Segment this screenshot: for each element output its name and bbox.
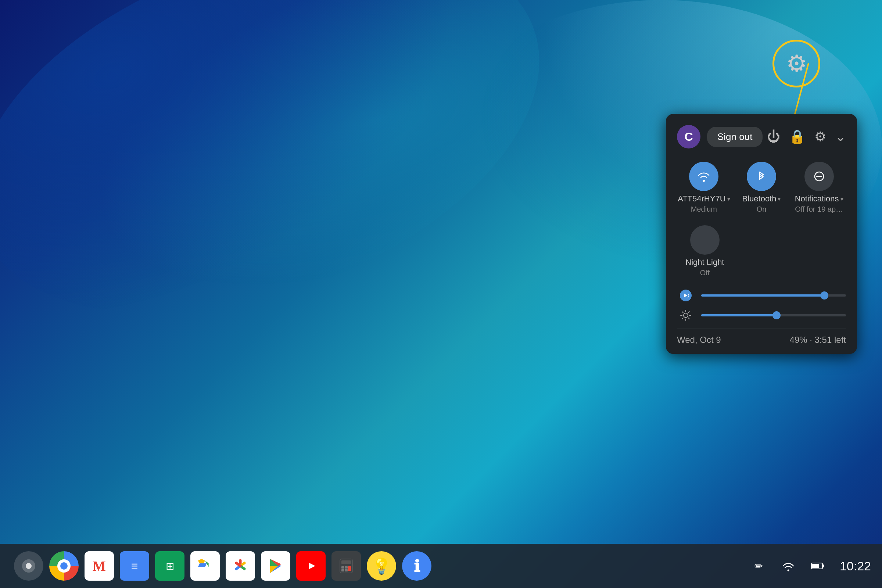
panel-bottom: Wed, Oct 9 49% · 3:51 left	[677, 328, 846, 345]
idea-bulb-icon[interactable]: 💡	[367, 551, 396, 580]
battery-status-icon[interactable]	[807, 555, 829, 577]
svg-point-3	[684, 313, 688, 318]
volume-slider-thumb[interactable]	[820, 291, 828, 300]
svg-point-13	[26, 563, 32, 569]
clock: 10:22	[840, 559, 871, 573]
bluetooth-toggle[interactable]: Bluetooth ▾ On	[735, 162, 789, 213]
brightness-icon	[677, 309, 694, 322]
notifications-toggle[interactable]: Notifications ▾ Off for 19 ap…	[792, 162, 846, 213]
wifi-arrow: ▾	[727, 195, 730, 202]
battery-svg	[811, 561, 824, 570]
gmail-icon[interactable]: M	[84, 551, 114, 580]
svg-rect-24	[822, 564, 824, 567]
taskbar-right: ✏ 10:22	[748, 555, 871, 577]
panel-top-row: C Sign out ⏻ 🔒 ⚙ ⌄	[677, 125, 846, 148]
bluetooth-icon	[754, 170, 768, 183]
power-button[interactable]: ⏻	[767, 129, 780, 144]
launcher-button[interactable]	[14, 551, 44, 580]
wifi-sublabel: Medium	[691, 205, 717, 213]
volume-svg	[679, 289, 692, 302]
night-light-label: Night Light	[686, 258, 724, 267]
wifi-icon	[697, 170, 711, 183]
wifi-status-svg	[782, 560, 795, 572]
avatar[interactable]: C	[677, 125, 700, 148]
svg-rect-16	[341, 560, 351, 564]
brightness-slider-track[interactable]	[701, 314, 846, 316]
youtube-svg	[302, 559, 321, 573]
night-light-sublabel: Off	[700, 268, 710, 277]
sheets-icon[interactable]: ⊞	[155, 551, 184, 580]
panel-battery: 49% · 3:51 left	[790, 335, 846, 345]
settings-button[interactable]: ⚙	[814, 129, 826, 144]
lock-button[interactable]: 🔒	[789, 129, 806, 144]
launcher-icon	[21, 558, 37, 574]
calculator-svg	[339, 558, 354, 574]
docs-icon[interactable]: ≡	[120, 551, 149, 580]
photos-svg	[231, 557, 249, 575]
svg-rect-21	[345, 569, 348, 572]
svg-rect-20	[341, 569, 344, 572]
desktop: ⚙ C Sign out ⏻ 🔒 ⚙ ⌄	[0, 0, 882, 588]
wifi-status-icon[interactable]	[777, 555, 800, 577]
wifi-toggle[interactable]: ATT54rHY7U ▾ Medium	[677, 162, 731, 213]
svg-rect-25	[812, 564, 819, 568]
volume-icon	[677, 289, 694, 302]
wifi-label: ATT54rHY7U ▾	[678, 194, 730, 204]
night-light-icon-circle	[690, 225, 720, 255]
youtube-icon[interactable]	[296, 551, 326, 580]
chrome-icon[interactable]	[49, 551, 79, 580]
chevron-down-icon[interactable]: ⌄	[835, 129, 846, 144]
notifications-label: Notifications ▾	[795, 194, 843, 204]
svg-rect-19	[348, 566, 351, 571]
brightness-slider-row	[677, 309, 846, 322]
panel-top-icons: ⏻ 🔒 ⚙ ⌄	[767, 129, 846, 144]
brightness-slider-thumb[interactable]	[772, 311, 781, 320]
volume-slider-track[interactable]	[701, 294, 846, 297]
svg-line-11	[682, 318, 683, 319]
drive-icon[interactable]	[190, 551, 220, 580]
brightness-svg	[679, 309, 692, 322]
svg-line-8	[682, 312, 683, 313]
play-store-icon[interactable]	[261, 551, 290, 580]
play-store-svg	[267, 558, 284, 574]
notifications-sublabel: Off for 19 ap…	[795, 205, 843, 213]
brightness-slider-fill	[701, 314, 777, 316]
calculator-icon[interactable]	[332, 551, 361, 580]
svg-rect-17	[341, 566, 344, 568]
sign-out-button[interactable]: Sign out	[707, 127, 763, 147]
pencil-icon[interactable]: ✏	[748, 555, 770, 577]
bluetooth-arrow: ▾	[778, 195, 781, 202]
quick-settings-panel: C Sign out ⏻ 🔒 ⚙ ⌄	[666, 114, 857, 354]
notifications-arrow: ▾	[840, 195, 843, 202]
svg-rect-18	[345, 566, 348, 568]
settings-gear-highlight[interactable]: ⚙	[772, 40, 820, 87]
svg-line-10	[688, 312, 689, 313]
notifications-icon-circle	[804, 162, 834, 191]
svg-line-9	[688, 318, 689, 319]
wifi-icon-circle	[689, 162, 718, 191]
volume-slider-fill	[701, 294, 824, 297]
night-light-toggle[interactable]: Night Light Off	[686, 225, 724, 277]
photos-icon[interactable]	[226, 551, 255, 580]
drive-svg	[196, 558, 214, 574]
gear-icon: ⚙	[786, 50, 807, 77]
notifications-icon	[812, 170, 826, 183]
info-icon[interactable]: ℹ	[402, 551, 432, 580]
taskbar: M ≡ ⊞	[0, 544, 882, 588]
toggle-grid: ATT54rHY7U ▾ Medium Bluetooth ▾ On	[677, 162, 846, 213]
volume-slider-row	[677, 289, 846, 302]
bluetooth-sublabel: On	[757, 205, 766, 213]
panel-date: Wed, Oct 9	[677, 335, 721, 345]
night-light-icon	[698, 233, 712, 247]
svg-point-22	[787, 570, 789, 572]
bluetooth-label: Bluetooth ▾	[742, 194, 781, 204]
night-light-row: Night Light Off	[677, 225, 733, 277]
bluetooth-icon-circle	[747, 162, 776, 191]
